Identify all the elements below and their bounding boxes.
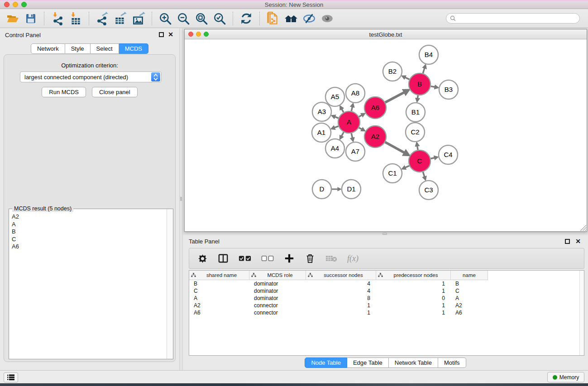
graph-node-D1[interactable]: D1 bbox=[342, 180, 361, 199]
unselect-all-checkboxes-button[interactable] bbox=[261, 252, 274, 265]
table-cell[interactable]: dominator bbox=[249, 295, 306, 301]
zoom-in-button[interactable] bbox=[156, 10, 174, 27]
graph-edge-A2-C[interactable] bbox=[385, 142, 405, 153]
delete-columns-button[interactable] bbox=[305, 252, 316, 265]
table-cell[interactable]: 8 bbox=[306, 295, 376, 301]
table-cell[interactable]: A bbox=[451, 295, 488, 301]
show-columns-button[interactable] bbox=[218, 252, 229, 265]
mcds-result-scrollbar[interactable] bbox=[167, 209, 173, 359]
optimization-criterion-dropdown[interactable]: largest connected component (directed) bbox=[20, 71, 162, 82]
table-cell[interactable]: 1 bbox=[376, 302, 451, 309]
table-cell[interactable]: C bbox=[451, 288, 488, 294]
graph-edge-B-B2[interactable] bbox=[405, 77, 410, 79]
task-history-button[interactable] bbox=[4, 372, 18, 382]
show-graphics-details-button[interactable] bbox=[318, 10, 336, 27]
table-cell[interactable]: 4 bbox=[306, 288, 376, 294]
column-header-name[interactable]: name bbox=[451, 271, 488, 280]
add-column-button[interactable] bbox=[284, 252, 295, 265]
graph-edge-A-A7[interactable] bbox=[351, 133, 352, 138]
graph-node-D[interactable]: D bbox=[312, 180, 331, 199]
graph-edge-A-A3[interactable] bbox=[335, 117, 339, 118]
table-cell[interactable]: 1 bbox=[306, 302, 376, 309]
graph-node-C1[interactable]: C1 bbox=[383, 164, 402, 183]
float-table-panel-icon[interactable] bbox=[565, 239, 570, 244]
network-graph[interactable]: AA1A2A3A4A5A6A7A8BB1B2B3B4CC1C2C3C4DD1 bbox=[185, 39, 587, 231]
table-cell[interactable]: A2 bbox=[189, 302, 249, 309]
tab-style[interactable]: Style bbox=[65, 43, 91, 54]
float-panel-icon[interactable] bbox=[159, 32, 164, 37]
zoom-out-button[interactable] bbox=[174, 10, 192, 27]
tab-network-table[interactable]: Network Table bbox=[389, 357, 438, 368]
table-cell[interactable]: A2 bbox=[451, 302, 488, 309]
graph-edge-C-C2[interactable] bbox=[417, 146, 418, 150]
graph-edge-B-B1[interactable] bbox=[417, 95, 418, 99]
table-row-B[interactable]: Bdominator41B bbox=[189, 280, 584, 287]
function-builder-button[interactable]: f(x) bbox=[347, 252, 359, 265]
table-cell[interactable]: B bbox=[451, 281, 488, 287]
tab-node-table[interactable]: Node Table bbox=[305, 357, 347, 368]
tab-motifs[interactable]: Motifs bbox=[438, 357, 466, 368]
graph-edge-B-B4[interactable] bbox=[423, 68, 425, 73]
graph-node-A[interactable]: A bbox=[338, 111, 360, 133]
table-cell[interactable]: A bbox=[189, 295, 249, 301]
graph-edge-A-A8[interactable] bbox=[351, 107, 352, 111]
graph-node-A1[interactable]: A1 bbox=[312, 123, 331, 142]
graph-node-C4[interactable]: C4 bbox=[439, 145, 458, 164]
export-table-button[interactable] bbox=[111, 10, 129, 27]
graph-node-A7[interactable]: A7 bbox=[346, 142, 365, 161]
graph-node-C2[interactable]: C2 bbox=[406, 123, 425, 142]
column-header-successor-nodes[interactable]: successor nodes bbox=[306, 271, 376, 280]
import-network-button[interactable] bbox=[48, 10, 67, 27]
column-header-MCDS-role[interactable]: MCDS role bbox=[249, 271, 306, 280]
graph-edge-C-C1[interactable] bbox=[405, 166, 409, 167]
table-settings-button[interactable] bbox=[197, 252, 208, 265]
graph-node-A6[interactable]: A6 bbox=[364, 97, 386, 119]
graph-edge-A-A2[interactable] bbox=[359, 128, 362, 129]
mcds-result-item[interactable]: A bbox=[12, 221, 166, 229]
tab-mcds[interactable]: MCDS bbox=[119, 43, 148, 54]
table-row-C[interactable]: Cdominator41C bbox=[189, 287, 584, 295]
run-mcds-button[interactable]: Run MCDS bbox=[42, 87, 86, 97]
vertical-split-divider[interactable] bbox=[179, 28, 183, 370]
graph-node-C3[interactable]: C3 bbox=[419, 181, 438, 200]
graph-node-A3[interactable]: A3 bbox=[312, 102, 331, 121]
graph-node-B1[interactable]: B1 bbox=[406, 103, 425, 122]
table-cell[interactable]: A6 bbox=[451, 310, 488, 316]
graph-edge-C-C3[interactable] bbox=[423, 172, 424, 177]
column-header-predecessor-nodes[interactable]: predecessor nodes bbox=[376, 271, 451, 280]
refresh-layout-button[interactable] bbox=[237, 10, 255, 27]
graph-node-B4[interactable]: B4 bbox=[419, 45, 438, 64]
tab-edge-table[interactable]: Edge Table bbox=[347, 357, 389, 368]
save-session-button[interactable] bbox=[22, 10, 40, 27]
graph-edge-A6-B[interactable] bbox=[385, 92, 404, 102]
table-cell[interactable]: dominator bbox=[249, 288, 306, 294]
graph-node-B2[interactable]: B2 bbox=[383, 62, 402, 81]
select-all-checkboxes-button[interactable] bbox=[239, 252, 251, 265]
graph-edge-A-A4[interactable] bbox=[341, 132, 344, 136]
table-row-A6[interactable]: A6connector11A6 bbox=[189, 309, 584, 316]
close-panel-button[interactable]: Close panel bbox=[92, 87, 138, 97]
table-cell[interactable]: 1 bbox=[376, 281, 451, 287]
graph-node-B3[interactable]: B3 bbox=[439, 80, 458, 99]
table-cell[interactable]: 1 bbox=[376, 288, 451, 294]
export-image-button[interactable] bbox=[129, 10, 148, 27]
network-window-resize-grip[interactable] bbox=[580, 225, 586, 231]
graph-node-A5[interactable]: A5 bbox=[325, 87, 344, 106]
graph-node-B[interactable]: B bbox=[409, 73, 430, 95]
table-cell[interactable]: 1 bbox=[306, 310, 376, 316]
table-cell[interactable]: C bbox=[189, 288, 249, 294]
search-field[interactable] bbox=[446, 13, 580, 24]
table-cell[interactable]: 4 bbox=[306, 281, 376, 287]
graph-edge-A-A1[interactable] bbox=[335, 126, 339, 128]
zoom-selected-button[interactable] bbox=[210, 10, 229, 27]
mcds-result-item[interactable]: A2 bbox=[12, 213, 166, 221]
export-network-button[interactable] bbox=[93, 10, 111, 27]
table-cell[interactable]: dominator bbox=[249, 281, 306, 287]
vertical-split-grip[interactable] bbox=[180, 197, 182, 201]
column-header-shared-name[interactable]: shared name bbox=[189, 271, 249, 280]
graph-node-A8[interactable]: A8 bbox=[346, 84, 365, 103]
graph-edge-A-A6[interactable] bbox=[359, 115, 362, 117]
horizontal-split-grip[interactable] bbox=[382, 233, 387, 235]
graph-edge-C-C4[interactable] bbox=[430, 158, 435, 159]
network-window-titlebar[interactable]: testGlobe.txt bbox=[185, 29, 587, 39]
